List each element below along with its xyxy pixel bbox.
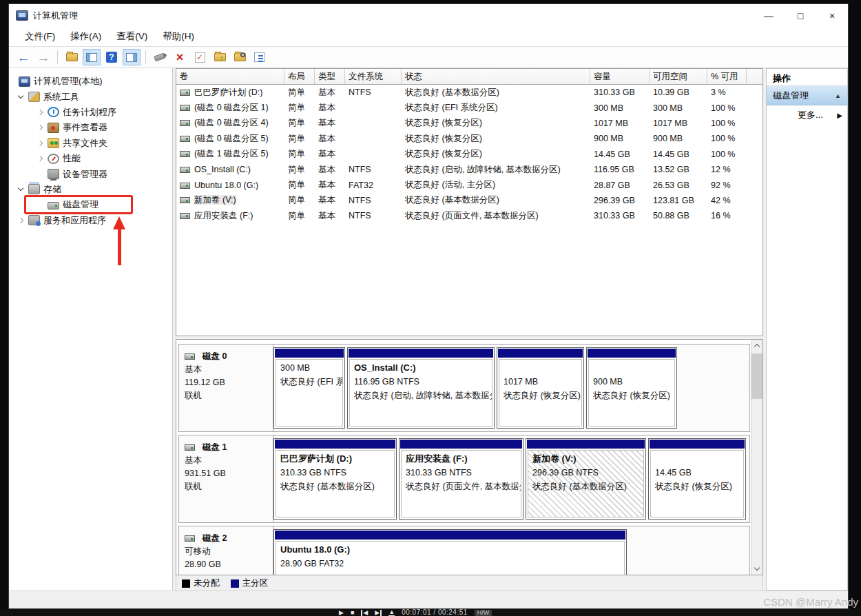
disk-size: 119.12 GB [185, 376, 267, 389]
action-pane-toggle-button[interactable] [123, 49, 141, 65]
scrollbar-thumb[interactable] [751, 353, 763, 399]
menu-view[interactable]: 查看(V) [109, 28, 155, 45]
back-button[interactable]: ← [14, 49, 32, 65]
expander[interactable] [35, 125, 44, 130]
partition-status: 状态良好 (基本数据分区) [532, 482, 627, 491]
column-free-space[interactable]: 可用空间 [650, 69, 707, 84]
properties-button[interactable] [251, 49, 269, 65]
tree-item-computer-management[interactable]: 计算机管理(本地) [9, 74, 172, 89]
magnifier-icon [240, 52, 245, 57]
disk1-info[interactable]: 磁盘 1 基本 931.51 GB 联机 [179, 435, 273, 522]
change-drive-letter-button[interactable]: ↑ [211, 49, 229, 65]
volume-row[interactable]: (磁盘 0 磁盘分区 4)简单基本状态良好 (恢复分区)1017 MB1017 … [176, 116, 763, 131]
tree-item-task-scheduler[interactable]: 任务计划程序 [9, 105, 172, 120]
partition-color-bar [588, 349, 676, 358]
expander[interactable] [16, 218, 25, 223]
volume-row[interactable]: 巴巴罗萨计划 (D:)简单基本NTFS状态良好 (基本数据分区)310.33 G… [176, 85, 763, 100]
tree-item-shared-folders[interactable]: 共享文件夹 [9, 136, 172, 151]
column-pct-free[interactable]: % 可用 [707, 69, 747, 84]
volume-icon [180, 90, 190, 96]
previous-button[interactable]: ◀ [361, 610, 368, 616]
partition-v-drive-selected[interactable]: 新加卷 (V:)296.39 GB NTFS状态良好 (基本数据分区) [526, 438, 646, 520]
actions-group-disk-management[interactable]: 磁盘管理 ▲ [767, 86, 847, 105]
volume-name: 新加卷 (V:) [194, 195, 236, 205]
tree-item-performance[interactable]: 性能 [9, 151, 172, 166]
console-tree-pane: 计算机管理(本地) 系统工具 任务计划程序 事件查看器 共享文件夹 性能 设备管… [9, 68, 173, 591]
mark-partition-button[interactable]: ✓ [191, 49, 209, 65]
disk-row-1: 磁盘 1 基本 931.51 GB 联机 巴巴罗萨计划 (D:)310.33 G… [178, 435, 750, 523]
cell-free: 1017 MB [650, 119, 707, 128]
up-arrow-icon: ↑ [220, 54, 224, 62]
next-button[interactable]: ▶ [375, 610, 382, 616]
collapse-caret-icon[interactable]: ▲ [835, 92, 841, 99]
services-icon [28, 215, 40, 225]
cell-fs: FAT32 [345, 181, 402, 190]
column-status[interactable]: 状态 [402, 69, 590, 84]
volume-row[interactable]: Ubuntu 18.0 (G:)简单基本FAT32状态良好 (活动, 主分区)2… [176, 177, 763, 192]
console-tree-toggle-button[interactable] [83, 49, 101, 65]
play-button[interactable]: ▶ [339, 610, 344, 616]
disk-management-pane: 卷 布局 类型 文件系统 状态 容量 可用空间 % 可用 巴巴罗萨计划 (D:)… [176, 68, 763, 591]
maximize-button[interactable]: □ [785, 4, 816, 27]
stop-button[interactable]: ■ [351, 610, 354, 616]
volume-icon [180, 197, 190, 203]
delete-icon: × [176, 51, 184, 63]
cell-type: 基本 [315, 87, 345, 99]
help-button[interactable]: ? [103, 49, 121, 65]
partition-color-bar [527, 440, 645, 449]
forward-button[interactable]: → [34, 49, 52, 65]
menu-action[interactable]: 操作(A) [63, 28, 109, 45]
column-volume[interactable]: 卷 [176, 69, 284, 84]
volume-row[interactable]: OS_Install (C:)简单基本NTFS状态良好 (启动, 故障转储, 基… [176, 162, 763, 177]
volume-row[interactable]: (磁盘 0 磁盘分区 1)简单基本状态良好 (EFI 系统分区)300 MB30… [176, 100, 763, 115]
partition-g-drive[interactable]: Ubuntu 18.0 (G:)28.90 GB FAT32 [273, 529, 627, 575]
partition-f-drive[interactable]: 应用安装盘 (F:)310.33 GB NTFS状态良好 (页面文件, 基本数据… [399, 438, 523, 520]
volume-row-selected[interactable]: 新加卷 (V:)简单基本NTFS状态良好 (基本数据分区)296.39 GB12… [176, 193, 763, 208]
column-capacity[interactable]: 容量 [590, 69, 650, 84]
column-layout[interactable]: 布局 [284, 69, 315, 84]
chevron-right-icon [37, 141, 42, 146]
volume-row[interactable]: 应用安装盘 (F:)简单基本NTFS状态良好 (页面文件, 基本数据分区)310… [176, 208, 763, 223]
volume-row[interactable]: (磁盘 1 磁盘分区 5)简单基本状态良好 (恢复分区)14.45 GB14.4… [176, 147, 763, 162]
volume-row[interactable]: (磁盘 0 磁盘分区 5)简单基本状态良好 (恢复分区)900 MB900 MB… [176, 131, 763, 146]
vertical-scrollbar[interactable] [751, 340, 763, 575]
partition-recovery-3[interactable]: 14.45 GB状态良好 (恢复分区) [648, 438, 746, 520]
export-list-button[interactable] [63, 49, 81, 65]
partition-status: 状态良好 (恢复分区) [504, 391, 581, 400]
disk-status: 联机 [185, 389, 267, 402]
explore-button[interactable] [231, 49, 249, 65]
tree-item-services-applications[interactable]: 服务和应用程序 [9, 213, 172, 228]
column-type[interactable]: 类型 [315, 69, 345, 84]
minimize-button[interactable]: — [753, 4, 785, 27]
disk0-info[interactable]: 磁盘 0 基本 119.12 GB 联机 [179, 345, 273, 431]
tree-item-event-viewer[interactable]: 事件查看器 [9, 120, 172, 135]
expander[interactable] [35, 141, 44, 145]
expander[interactable] [35, 110, 44, 114]
expander[interactable] [16, 188, 25, 190]
column-filesystem[interactable]: 文件系统 [345, 69, 402, 84]
expander[interactable] [35, 156, 44, 161]
eject-button[interactable]: ▲ [388, 609, 395, 616]
close-button[interactable]: × [816, 4, 848, 27]
delete-volume-button[interactable]: × [171, 49, 189, 65]
scroll-down-button[interactable] [751, 563, 763, 575]
menu-file[interactable]: 文件(F) [17, 28, 63, 45]
tree-item-system-tools[interactable]: 系统工具 [9, 89, 172, 104]
menu-help[interactable]: 帮助(H) [155, 28, 202, 45]
partition-d-drive[interactable]: 巴巴罗萨计划 (D:)310.33 GB NTFS状态良好 (基本数据分区) [273, 438, 397, 520]
console-tree-icon [86, 53, 97, 62]
partition-status: 状态良好 (启动, 故障转储, 基本数据分区) [354, 391, 492, 400]
rescan-disks-button[interactable] [151, 49, 169, 65]
disk-name: 磁盘 1 [203, 441, 227, 454]
tree-label: 共享文件夹 [63, 137, 107, 150]
cell-status: 状态良好 (页面文件, 基本数据分区) [402, 210, 590, 222]
partition-recovery-2[interactable]: 900 MB状态良好 (恢复分区) [586, 347, 677, 429]
partition-os-install[interactable]: OS_Install (C:)116.95 GB NTFS状态良好 (启动, 故… [347, 347, 495, 429]
scroll-up-button[interactable] [751, 340, 763, 351]
partition-recovery-1[interactable]: 1017 MB状态良好 (恢复分区) [497, 347, 584, 429]
disk2-info[interactable]: 磁盘 2 可移动 28.90 GB [179, 526, 273, 575]
expander[interactable] [16, 96, 25, 98]
actions-more[interactable]: 更多... ▶ [767, 105, 847, 125]
tree-item-device-manager[interactable]: 设备管理器 [9, 166, 172, 181]
partition-efi[interactable]: 300 MB状态良好 (EFI 系统分区) [273, 347, 345, 429]
